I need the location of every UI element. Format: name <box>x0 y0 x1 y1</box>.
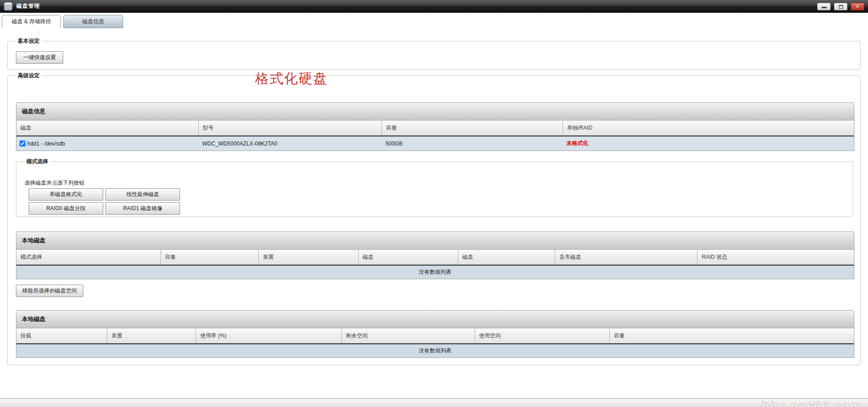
minimize-button[interactable] <box>817 3 831 10</box>
column-header-capacity: 容量 <box>381 121 562 136</box>
remove-selected-disk-space-button[interactable]: 移除所选择的磁盘空间 <box>16 285 83 297</box>
empty-list-message: 没有数据列表 <box>16 266 854 279</box>
maximize-button[interactable] <box>834 3 848 10</box>
raid-header-row: 模式选择 容量 装置 磁盘 磁盘 丢失磁盘 RAID 状态 <box>16 250 854 266</box>
disk-model: WDC_WD5000AZLX-08K2TA0 <box>198 141 381 147</box>
basic-settings-fieldset: 基本设定 一键快速设置 <box>7 37 861 70</box>
single-disk-format-button[interactable]: 单磁盘格式化 <box>29 188 103 201</box>
column-header-disk-2: 磁盘 <box>458 250 555 265</box>
tab-label: 磁盘 & 存储路径 <box>12 18 51 25</box>
quick-setup-button[interactable]: 一键快速设置 <box>16 51 63 64</box>
disk-info-table: 磁盘信息 磁盘 型号 容量 单独/RAID hdd1 - /dev/sdb WD… <box>16 102 854 151</box>
tab-disk-info[interactable]: 磁盘信息 <box>63 15 123 28</box>
disk-management-window: 磁盘管理 ✕ 磁盘 & 存储路径 磁盘信息 基本设定 一键快速设置 格式化硬盘 … <box>0 0 868 407</box>
raid0-stripe-button[interactable]: RAID0 磁盘分段 <box>29 202 103 215</box>
close-button[interactable]: ✕ <box>851 3 864 10</box>
column-header-mode: 模式选择 <box>16 250 161 265</box>
disk-status-badge: 未格式化 <box>562 140 854 147</box>
column-header-capacity: 容量 <box>609 328 854 343</box>
advanced-settings-legend: 高级设定 <box>15 72 42 80</box>
disk-name: hdd1 - /dev/sdb <box>27 141 65 147</box>
mode-select-legend: 模式选择 <box>24 158 50 166</box>
local-disk-usage-title: 本地磁盘 <box>16 311 854 328</box>
raid1-mirror-button[interactable]: RAID1 磁盘镜像 <box>105 202 180 215</box>
column-header-used-space: 使用空间 <box>475 328 610 343</box>
disk-info-table-title: 磁盘信息 <box>16 103 854 121</box>
table-row[interactable]: hdd1 - /dev/sdb WDC_WD5000AZLX-08K2TA0 5… <box>16 136 854 151</box>
tab-disk-storage-path[interactable]: 磁盘 & 存储路径 <box>2 15 61 28</box>
advanced-settings-fieldset: 高级设定 磁盘信息 磁盘 型号 容量 单独/RAID hdd1 - /dev/s… <box>7 72 861 365</box>
column-header-missing-disk: 丢失磁盘 <box>555 250 697 265</box>
empty-list-message: 没有数据列表 <box>16 344 854 357</box>
window-titlebar: 磁盘管理 ✕ <box>0 0 868 13</box>
tab-label: 磁盘信息 <box>82 18 104 25</box>
tab-bar: 磁盘 & 存储路径 磁盘信息 <box>0 13 868 28</box>
window-title: 磁盘管理 <box>16 2 40 10</box>
usage-header-row: 挂载 装置 使用率 (%) 剩余空间 使用空间 容量 <box>16 328 854 344</box>
close-icon: ✕ <box>855 4 859 9</box>
mode-button-grid: 单磁盘格式化线性延伸磁盘 RAID0 磁盘分段RAID1 磁盘镜像 <box>29 188 182 216</box>
minimize-icon <box>822 7 827 8</box>
disk-cell: hdd1 - /dev/sdb <box>16 141 198 147</box>
mode-select-fieldset: 模式选择 选择磁盘并点选下列按钮 单磁盘格式化线性延伸磁盘 RAID0 磁盘分段… <box>16 158 853 217</box>
mode-select-hint: 选择磁盘并点选下列按钮 <box>25 179 85 187</box>
linear-extend-disk-button[interactable]: 线性延伸磁盘 <box>105 188 180 201</box>
window-footer: bbs.nas66.com <box>0 398 868 407</box>
disk-info-header-row: 磁盘 型号 容量 单独/RAID <box>16 121 854 136</box>
maximize-icon <box>839 5 843 9</box>
column-header-free-space: 剩余空间 <box>341 328 475 343</box>
disk-capacity: 500GB <box>381 141 562 147</box>
column-header-model: 型号 <box>198 121 381 136</box>
watermark: bbs.nas66.com <box>762 399 862 407</box>
local-disk-raid-table: 本地磁盘 模式选择 容量 装置 磁盘 磁盘 丢失磁盘 RAID 状态 没有数据列… <box>16 231 854 279</box>
local-disk-raid-title: 本地磁盘 <box>16 232 854 250</box>
disk-icon <box>4 2 13 11</box>
column-header-disk-1: 磁盘 <box>358 250 458 265</box>
basic-settings-legend: 基本设定 <box>15 37 42 45</box>
column-header-mount: 挂载 <box>16 328 107 343</box>
column-header-usage-percent: 使用率 (%) <box>196 328 341 343</box>
column-header-capacity: 容量 <box>161 250 259 265</box>
column-header-device: 装置 <box>258 250 358 265</box>
column-header-disk: 磁盘 <box>16 121 198 136</box>
local-disk-usage-table: 本地磁盘 挂载 装置 使用率 (%) 剩余空间 使用空间 容量 没有数据列表 <box>16 310 854 358</box>
disk-row-checkbox[interactable] <box>20 141 25 146</box>
column-header-single-raid: 单独/RAID <box>562 121 854 136</box>
column-header-device: 装置 <box>107 328 196 343</box>
column-header-raid-status: RAID 状态 <box>697 250 853 265</box>
